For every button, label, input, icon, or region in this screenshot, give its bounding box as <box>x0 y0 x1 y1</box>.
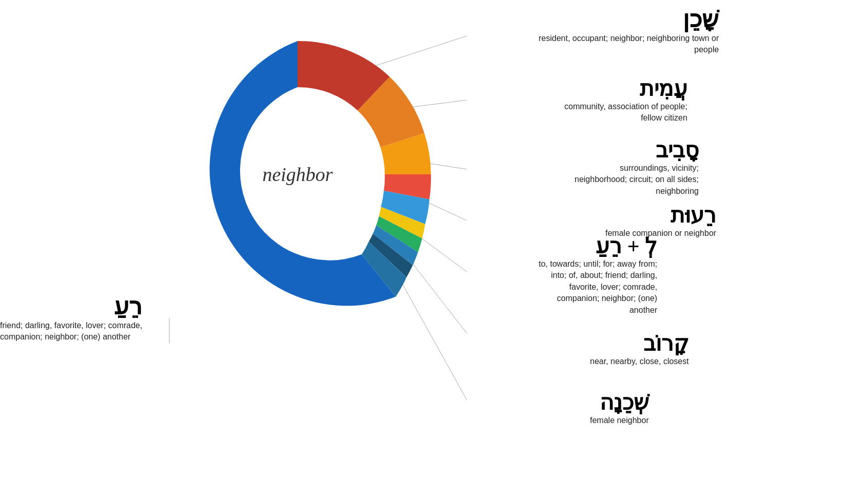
label-saviv: סָבִיב surroundings, vicinity;neighborho… <box>575 137 699 197</box>
hebrew-shachen: שָׁכֵן <box>539 5 719 33</box>
def-shchena: female neighbor <box>590 415 649 426</box>
main-container: neighbor שָׁכֵן resident, occupant; neig… <box>0 0 868 481</box>
def-rea: friend; darling, favorite, lover; comrad… <box>0 320 142 343</box>
label-rea: רֵעַ friend; darling, favorite, lover; c… <box>0 292 142 343</box>
def-lrea: to, towards; until; for; away from;into;… <box>539 258 657 316</box>
label-shachen: שָׁכֵן resident, occupant; neighbor; nei… <box>539 5 719 56</box>
def-amith: community, association of people;fellow … <box>564 101 687 124</box>
hebrew-amith: עֲמִית <box>564 76 687 101</box>
hebrew-reuth: רֵעוּת <box>605 203 716 228</box>
label-karov: קָרוֹב near, nearby, close, closest <box>590 331 689 367</box>
hebrew-rea: רֵעַ <box>0 292 142 320</box>
def-karov: near, nearby, close, closest <box>590 356 689 367</box>
label-amith: עֲמִית community, association of people;… <box>564 76 687 124</box>
def-saviv: surroundings, vicinity;neighborhood; cir… <box>575 163 699 197</box>
hebrew-karov: קָרוֹב <box>590 331 689 356</box>
hebrew-shchena: שְׁכֵנָה <box>590 390 649 415</box>
def-shachen: resident, occupant; neighbor; neighborin… <box>539 33 719 56</box>
chart-svg <box>0 0 868 481</box>
hebrew-lrea: לְ + רֵעַ <box>539 233 657 258</box>
label-shchena: שְׁכֵנָה female neighbor <box>590 390 649 426</box>
hebrew-saviv: סָבִיב <box>575 137 699 163</box>
label-lrea: לְ + רֵעַ to, towards; until; for; away … <box>539 233 657 316</box>
